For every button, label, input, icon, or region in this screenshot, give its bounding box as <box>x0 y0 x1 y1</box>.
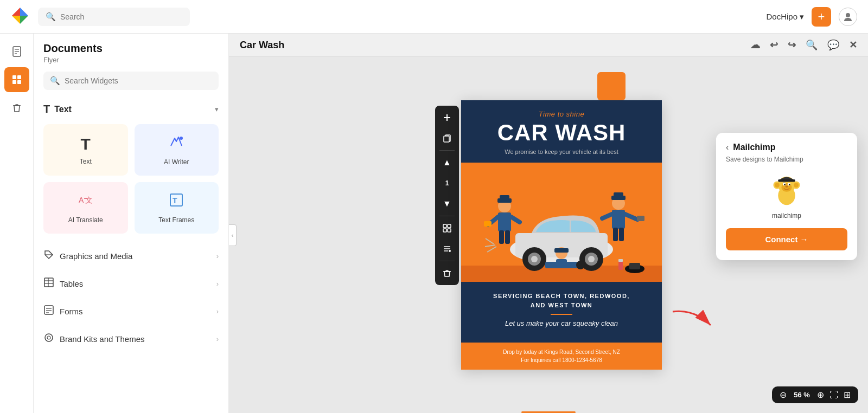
search-icon: 🔍 <box>46 12 56 22</box>
category-graphics[interactable]: Graphics and Media › <box>34 242 228 270</box>
tables-arrow-icon: › <box>216 280 219 288</box>
timeline-button[interactable] <box>437 239 457 259</box>
svg-rect-58 <box>614 192 623 197</box>
forms-icon <box>43 305 54 318</box>
svg-rect-30 <box>448 224 451 228</box>
brand-name: DocHipo <box>766 12 797 21</box>
svg-line-75 <box>485 245 495 247</box>
svg-point-10 <box>180 137 183 140</box>
widget-search-input[interactable] <box>65 76 212 85</box>
widget-grid: T Text AI Writer A文 AI Translate T Text … <box>34 120 228 242</box>
svg-rect-62 <box>613 228 618 241</box>
sidebar-item-trash[interactable] <box>4 95 29 120</box>
category-tables[interactable]: Tables › <box>34 270 228 298</box>
user-avatar[interactable] <box>839 8 857 26</box>
svg-rect-49 <box>500 195 509 199</box>
flyer-header: Time to shine CAR WASH We promise to kee… <box>461 100 662 163</box>
svg-rect-8 <box>17 80 21 84</box>
zoom-in-button[interactable]: ⊕ <box>817 391 824 399</box>
widget-card-text-frames[interactable]: T Text Frames <box>135 182 219 234</box>
category-forms[interactable]: Forms › <box>34 298 228 325</box>
connect-button[interactable]: Connect → <box>726 228 847 250</box>
grid-view-button[interactable] <box>437 218 457 238</box>
svg-rect-54 <box>505 230 510 244</box>
svg-text:A: A <box>79 196 84 204</box>
svg-rect-72 <box>618 261 623 270</box>
text-section-icon: T <box>43 103 50 115</box>
close-icon[interactable]: ✕ <box>849 39 857 51</box>
svg-line-52 <box>511 217 520 222</box>
svg-rect-89 <box>778 179 795 182</box>
svg-point-86 <box>775 183 780 188</box>
svg-line-74 <box>486 238 494 244</box>
forms-label: Forms <box>60 307 83 316</box>
svg-rect-71 <box>629 263 640 269</box>
add-page-button[interactable] <box>437 108 457 127</box>
tables-icon <box>43 277 54 291</box>
flyer-divider <box>551 314 572 315</box>
zoom-bar: ⊖ 56 % ⊕ ⛶ ⊞ <box>772 386 858 403</box>
grid-view-zoom-button[interactable]: ⊞ <box>844 390 851 400</box>
flyer-cta: Let us make your car squeaky clean <box>472 319 651 327</box>
delete-page-button[interactable] <box>437 263 457 283</box>
ai-writer-icon <box>168 134 184 154</box>
topbar-right: DocHipo ▾ + <box>766 7 857 27</box>
red-arrow-indicator <box>667 306 716 333</box>
brand-menu[interactable]: DocHipo ▾ <box>766 12 804 22</box>
sidebar-item-documents[interactable] <box>4 39 29 64</box>
widget-search-bar[interactable]: 🔍 <box>43 72 219 90</box>
svg-rect-68 <box>545 262 578 268</box>
category-brand[interactable]: Brand Kits and Themes › <box>34 325 228 353</box>
svg-line-76 <box>487 247 496 252</box>
svg-rect-31 <box>443 229 446 232</box>
zoom-search-icon[interactable]: 🔍 <box>806 39 818 51</box>
orange-shape-element[interactable] <box>597 72 626 100</box>
flyer-main-title: CAR WASH <box>472 120 651 145</box>
sidebar-item-widgets[interactable] <box>4 67 29 92</box>
popup-back-button[interactable]: ‹ <box>726 143 729 152</box>
graphics-label: Graphics and Media <box>60 251 132 261</box>
svg-rect-55 <box>484 221 492 227</box>
new-document-button[interactable]: + <box>812 7 831 27</box>
svg-point-45 <box>531 256 538 262</box>
widget-card-text[interactable]: T Text <box>43 124 128 176</box>
tables-label: Tables <box>60 279 83 288</box>
svg-line-60 <box>625 214 637 220</box>
copy-page-button[interactable] <box>437 128 457 148</box>
svg-point-25 <box>47 336 50 339</box>
svg-rect-5 <box>12 75 16 79</box>
svg-point-69 <box>576 261 585 269</box>
canvas-area: Car Wash ☁ ↩ ↪ 🔍 💬 ✕ ‹ <box>229 34 868 413</box>
svg-point-82 <box>784 184 786 185</box>
mailchimp-brand-label: mailchimp <box>772 212 801 220</box>
flyer-subtitle: We promise to keep your vehicle at its b… <box>472 149 651 155</box>
search-input[interactable] <box>60 12 182 21</box>
undo-icon[interactable]: ↩ <box>770 39 778 51</box>
ai-translate-label: AI Translate <box>68 216 103 224</box>
text-frames-icon: T <box>168 192 184 212</box>
app-logo[interactable] <box>11 7 29 27</box>
svg-text:文: 文 <box>85 196 93 204</box>
next-page-button[interactable]: ▼ <box>437 194 457 214</box>
svg-point-88 <box>794 183 799 188</box>
flyer-illustration <box>461 163 662 282</box>
global-search-bar[interactable]: 🔍 <box>38 8 190 26</box>
zoom-out-button[interactable]: ⊖ <box>780 391 787 399</box>
topbar: 🔍 DocHipo ▾ + <box>0 0 868 34</box>
flyer-footer: Drop by today at Kings Road, Second Stre… <box>461 343 662 370</box>
widget-card-ai-writer[interactable]: AI Writer <box>135 124 219 176</box>
cloud-save-icon[interactable]: ☁ <box>750 39 760 51</box>
comments-icon[interactable]: 💬 <box>827 39 839 51</box>
text-section-header[interactable]: T Text ▾ <box>34 99 228 120</box>
brand-chevron-icon: ▾ <box>800 12 804 22</box>
redo-icon[interactable]: ↪ <box>788 39 796 51</box>
prev-page-button[interactable]: ▲ <box>437 153 457 172</box>
text-section-chevron-icon: ▾ <box>215 105 219 113</box>
mailchimp-popup: ‹ Mailchimp Save designs to Mailchimp <box>716 133 857 260</box>
fullscreen-button[interactable]: ⛶ <box>829 390 838 400</box>
widget-card-ai-translate[interactable]: A文 AI Translate <box>43 182 128 234</box>
flyer-design: Time to shine CAR WASH We promise to kee… <box>461 100 662 370</box>
panel-collapse-handle[interactable]: ‹ <box>229 224 237 246</box>
svg-rect-63 <box>619 228 624 241</box>
graphics-icon <box>43 249 54 263</box>
